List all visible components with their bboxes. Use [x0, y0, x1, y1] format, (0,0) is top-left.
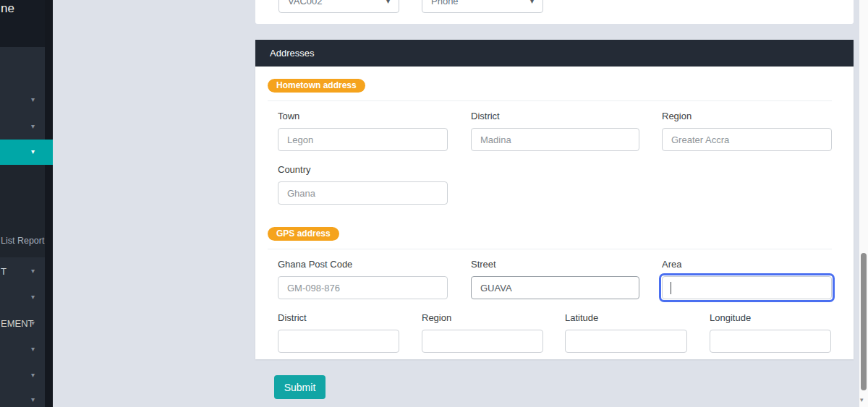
scrollbar-thumb[interactable]	[861, 253, 867, 390]
card-title: Addresses	[270, 48, 314, 59]
area-input-focus-ring	[659, 273, 835, 302]
sidebar: ne ▾ ▾ ▾ List Report T ▾ ▾ EMENT ▾ ▾ ▾ ▾	[0, 0, 53, 407]
field-label-longitude: Longitude	[710, 312, 831, 323]
chevron-down-icon[interactable]: ▾	[31, 95, 43, 104]
chevron-down-icon[interactable]: ▾	[31, 345, 43, 354]
select-vac002[interactable]: VAC002 ▾	[278, 0, 399, 13]
street-input[interactable]	[471, 276, 639, 299]
field-label-town: Town	[278, 111, 448, 121]
field-label-latitude: Latitude	[565, 312, 687, 323]
field-label-country: Country	[278, 164, 448, 175]
field-label-gps-region: Region	[422, 312, 543, 323]
scrollbar-down-arrow-icon[interactable]: ▾	[860, 396, 864, 403]
chevron-down-icon[interactable]: ▾	[31, 122, 43, 131]
region-input[interactable]	[662, 128, 832, 151]
field-label-ghana-post-code: Ghana Post Code	[278, 259, 448, 270]
gps-address-badge: GPS address	[268, 227, 339, 241]
latitude-input[interactable]	[565, 330, 687, 353]
card-header: Addresses	[255, 40, 854, 67]
field-label-region: Region	[662, 111, 832, 121]
divider	[268, 249, 832, 249]
submit-button[interactable]: Submit	[274, 375, 326, 399]
field-label-area: Area	[662, 259, 832, 270]
area-input[interactable]	[662, 276, 832, 299]
select-value: VAC002	[288, 0, 322, 7]
chevron-down-icon: ▾	[31, 147, 43, 156]
select-phone[interactable]: Phone ▾	[422, 0, 543, 13]
divider	[268, 100, 832, 101]
contact-details-card-partial: VAC002 ▾ Phone ▾	[255, 0, 854, 24]
brand-text-partial: ne	[1, 1, 14, 16]
chevron-down-icon[interactable]: ▾	[31, 319, 43, 327]
sidebar-item-list-report[interactable]: List Report	[1, 236, 44, 246]
chevron-down-icon: ▾	[386, 0, 390, 5]
country-input[interactable]	[278, 181, 448, 205]
longitude-input[interactable]	[710, 330, 831, 353]
district-input[interactable]	[471, 128, 639, 151]
hometown-address-badge: Hometown address	[268, 79, 365, 93]
field-label-gps-district: District	[278, 312, 399, 323]
page-scrollbar[interactable]: ▾	[859, 0, 868, 407]
sidebar-item-label[interactable]: T	[1, 266, 7, 277]
ghana-post-code-input[interactable]	[278, 276, 448, 299]
addresses-card: Addresses Hometown address Town District…	[255, 40, 854, 359]
chevron-down-icon[interactable]: ▾	[31, 371, 43, 380]
chevron-down-icon: ▾	[530, 0, 534, 5]
chevron-down-icon[interactable]: ▾	[31, 267, 43, 275]
chevron-down-icon[interactable]: ▾	[31, 395, 43, 404]
gps-district-input[interactable]	[278, 330, 399, 353]
field-label-street: Street	[471, 259, 639, 270]
text-caret	[671, 282, 671, 294]
sidebar-item-active[interactable]: ▾	[0, 140, 53, 165]
sidebar-item-label[interactable]: EMENT	[1, 318, 34, 329]
chevron-down-icon[interactable]: ▾	[31, 293, 43, 301]
select-value: Phone	[431, 0, 459, 7]
town-input[interactable]	[278, 128, 448, 151]
field-label-district: District	[471, 111, 639, 121]
sidebar-edge-strip	[45, 0, 53, 407]
gps-region-input[interactable]	[422, 330, 543, 353]
